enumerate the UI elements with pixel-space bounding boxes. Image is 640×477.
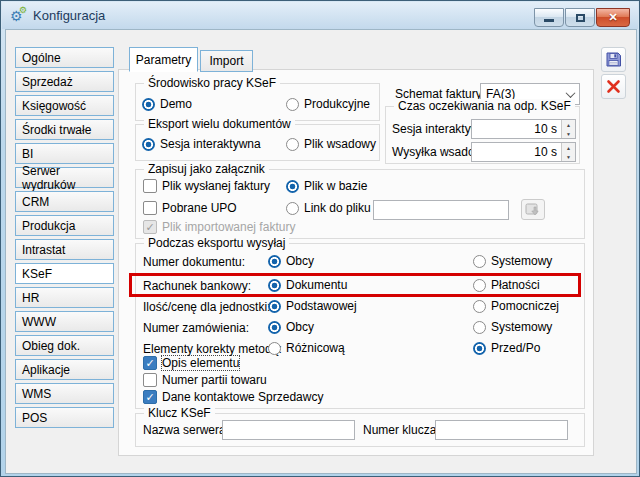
window-title: Konfiguracja bbox=[33, 8, 105, 23]
spin-down-icon[interactable]: ▼ bbox=[562, 129, 575, 138]
radio-off-icon bbox=[286, 202, 299, 215]
radio-sesja-interaktywna[interactable]: Sesja interaktywna bbox=[142, 137, 261, 151]
sidebar-item-ogolne[interactable]: Ogólne bbox=[15, 47, 114, 68]
spin-up-icon[interactable]: ▲ bbox=[562, 143, 575, 152]
row-rachunek-bankowy: Rachunek bankowy: Dokumentu Płatności bbox=[136, 276, 584, 297]
sidebar-item-obieg-dok[interactable]: Obieg dok. bbox=[15, 335, 114, 356]
group-export-send: Podczas eksportu wysyłaj Numer dokumentu… bbox=[135, 243, 585, 409]
timeout-row1-spinner[interactable]: 10 s ▲ ▼ bbox=[471, 119, 576, 139]
radio-podstawowej[interactable]: Podstawowej bbox=[268, 299, 357, 313]
radio-off-icon bbox=[473, 255, 486, 268]
radio-plik-w-bazie[interactable]: Plik w bazie bbox=[286, 179, 367, 193]
radio-obcy[interactable]: Obcy bbox=[268, 254, 314, 268]
restore-button[interactable] bbox=[565, 8, 595, 27]
radio-off-icon bbox=[268, 342, 281, 355]
key-number-input[interactable] bbox=[435, 420, 568, 440]
sidebar-item-wms[interactable]: WMS bbox=[15, 383, 114, 404]
timeout-row2-spinner[interactable]: 10 s ▲ ▼ bbox=[471, 142, 576, 162]
radio-obcy-zamowienia[interactable]: Obcy bbox=[268, 320, 314, 334]
radio-pomocniczej[interactable]: Pomocniczej bbox=[473, 299, 559, 313]
radio-plik-wsadowy[interactable]: Plik wsadowy bbox=[286, 137, 376, 151]
radio-on-icon bbox=[268, 279, 281, 292]
checkbox-numer-partii-towaru[interactable]: Numer partii towaru bbox=[143, 373, 267, 387]
sidebar-item-produkcja[interactable]: Produkcja bbox=[15, 215, 114, 236]
save-floppy-icon bbox=[605, 51, 622, 68]
group-environment-title: Środowisko pracy KSeF bbox=[144, 76, 280, 90]
group-key: Klucz KSeF Nazwa serwera: Numer klucza: bbox=[135, 413, 585, 447]
group-export-send-title: Podczas eksportu wysyłaj bbox=[144, 236, 289, 250]
file-download-icon bbox=[525, 203, 541, 217]
minimize-button[interactable] bbox=[534, 8, 564, 27]
radio-przed-po[interactable]: Przed/Po bbox=[473, 341, 540, 355]
radio-platnosci[interactable]: Płatności bbox=[473, 278, 540, 292]
server-name-input[interactable] bbox=[222, 420, 355, 440]
save-button[interactable] bbox=[601, 47, 626, 72]
group-timeout: Czas oczekiwania na odp. KSeF Sesja inte… bbox=[385, 106, 580, 164]
client-area: Ogólne Sprzedaż Księgowość Środki trwałe… bbox=[5, 29, 637, 474]
parameters-panel: Środowisko pracy KSeF Demo Produkcyjne S… bbox=[118, 69, 594, 456]
checkbox-off-icon bbox=[143, 201, 157, 215]
sidebar-item-pos[interactable]: POS bbox=[15, 407, 114, 428]
link-path-input[interactable] bbox=[373, 200, 509, 220]
spin-down-icon[interactable]: ▼ bbox=[562, 152, 575, 161]
checkbox-dane-kontaktowe[interactable]: ✓ Dane kontaktowe Sprzedawcy bbox=[143, 390, 323, 404]
radio-link-do-pliku[interactable]: Link do pliku bbox=[286, 201, 371, 215]
cancel-button[interactable] bbox=[601, 74, 626, 99]
sidebar-item-crm[interactable]: CRM bbox=[15, 191, 114, 212]
radio-off-icon bbox=[473, 321, 486, 334]
group-key-title: Klucz KSeF bbox=[144, 406, 215, 420]
sidebar-item-aplikacje[interactable]: Aplikacje bbox=[15, 359, 114, 380]
radio-off-icon bbox=[473, 300, 486, 313]
sidebar-item-sprzedaz[interactable]: Sprzedaż bbox=[15, 71, 114, 92]
radio-systemowy[interactable]: Systemowy bbox=[473, 254, 552, 268]
checkbox-plik-importowanej-faktury: ✓ Plik importowanej faktury bbox=[143, 220, 295, 234]
restore-icon bbox=[576, 14, 585, 22]
radio-on-icon bbox=[286, 180, 299, 193]
radio-roznicowa[interactable]: Różnicową bbox=[268, 341, 345, 355]
radio-produkcyjne[interactable]: Produkcyjne bbox=[286, 97, 370, 111]
cancel-x-icon bbox=[606, 79, 621, 94]
sidebar-item-www[interactable]: WWW bbox=[15, 311, 114, 332]
group-attachment-title: Zapisuj jako załącznik bbox=[144, 162, 269, 176]
close-button[interactable]: ✕ bbox=[596, 8, 630, 27]
radio-off-icon bbox=[473, 279, 486, 292]
timeout-row1-value: 10 s bbox=[472, 120, 561, 138]
group-timeout-title: Czas oczekiwania na odp. KSeF bbox=[394, 99, 575, 113]
sidebar-item-srodki-trwale[interactable]: Środki trwałe bbox=[15, 119, 114, 140]
checkbox-off-icon bbox=[143, 179, 157, 193]
server-name-label: Nazwa serwera: bbox=[143, 423, 229, 437]
radio-demo[interactable]: Demo bbox=[142, 97, 192, 111]
spin-up-icon[interactable]: ▲ bbox=[562, 120, 575, 129]
configuration-window: ⚙ ⚙ Konfiguracja ✕ Ogólne Sprzedaż Księg… bbox=[0, 0, 640, 477]
titlebar: ⚙ ⚙ Konfiguracja ✕ bbox=[2, 2, 638, 29]
group-environment: Środowisko pracy KSeF Demo Produkcyjne bbox=[135, 83, 380, 121]
radio-off-icon bbox=[286, 98, 299, 111]
checkbox-off-icon bbox=[143, 373, 157, 387]
row-numer-zamowienia: Numer zamówienia: Obcy Systemowy bbox=[136, 318, 584, 339]
tab-parametry[interactable]: Parametry bbox=[129, 47, 198, 72]
checkbox-disabled-checked-icon: ✓ bbox=[143, 220, 157, 234]
radio-on-icon bbox=[473, 342, 486, 355]
browse-file-button[interactable] bbox=[521, 199, 545, 220]
radio-systemowy-zamowienia[interactable]: Systemowy bbox=[473, 320, 552, 334]
sidebar-item-ksiegowosc[interactable]: Księgowość bbox=[15, 95, 114, 116]
radio-dokumentu[interactable]: Dokumentu bbox=[268, 278, 347, 292]
tab-import[interactable]: Import bbox=[200, 50, 253, 72]
checkbox-on-icon: ✓ bbox=[143, 356, 157, 370]
checkbox-opis-elementu[interactable]: ✓ Opis elementu bbox=[143, 356, 239, 370]
radio-on-icon bbox=[142, 138, 155, 151]
sidebar-item-bi[interactable]: BI bbox=[15, 143, 114, 164]
window-controls: ✕ bbox=[534, 8, 630, 27]
checkbox-on-icon: ✓ bbox=[143, 390, 157, 404]
sidebar-item-serwer-wydrukow[interactable]: Serwer wydruków bbox=[15, 167, 114, 188]
sidebar-item-ksef[interactable]: KSeF bbox=[15, 263, 114, 284]
checkbox-plik-wyslanej-faktury[interactable]: Plik wysłanej faktury bbox=[143, 179, 270, 193]
sidebar-item-hr[interactable]: HR bbox=[15, 287, 114, 308]
chevron-down-icon[interactable] bbox=[561, 91, 579, 98]
close-icon: ✕ bbox=[608, 11, 617, 24]
group-export-mode: Eksport wielu dokumentów Sesja interakty… bbox=[135, 124, 380, 161]
checkbox-pobrane-upo[interactable]: Pobrane UPO bbox=[143, 201, 237, 215]
sidebar-item-intrastat[interactable]: Intrastat bbox=[15, 239, 114, 260]
minimize-icon bbox=[544, 19, 554, 22]
row-numer-dokumentu: Numer dokumentu: Obcy Systemowy bbox=[136, 252, 584, 273]
